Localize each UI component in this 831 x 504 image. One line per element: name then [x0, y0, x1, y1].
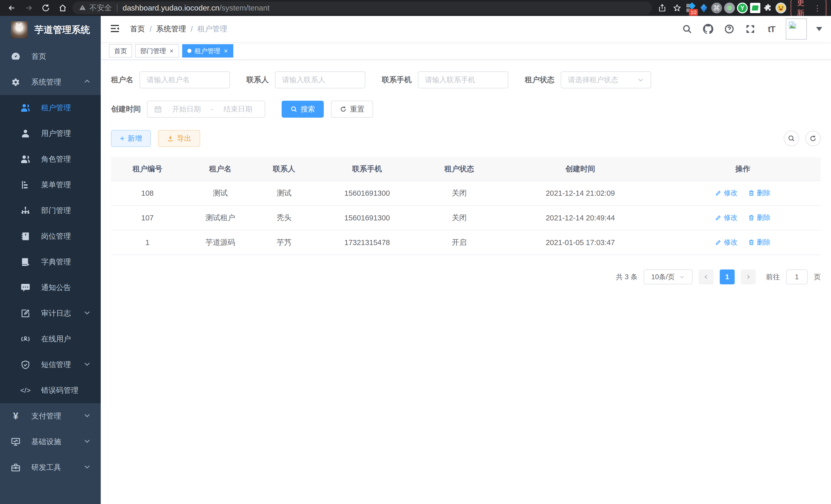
tab-dept[interactable]: 部门管理 ×	[135, 44, 179, 58]
contact-input[interactable]	[275, 71, 365, 88]
end-date-placeholder[interactable]: 结束日期	[218, 104, 258, 114]
profile-avatar-icon[interactable]	[775, 2, 786, 13]
yen-icon: ¥	[10, 410, 22, 422]
browser-reload-button[interactable]	[38, 1, 53, 15]
prev-page-button[interactable]	[699, 269, 714, 285]
sidebar-item-role[interactable]: 角色管理	[0, 146, 101, 172]
table-header-row: 租户编号 租户名 联系人 联系手机 租户状态 创建时间 操作	[111, 157, 821, 181]
page-size-select[interactable]: 10条/页	[644, 269, 692, 285]
sidebar-item-sms[interactable]: 短信管理	[0, 352, 101, 378]
delete-link[interactable]: 删除	[748, 213, 771, 222]
sidebar-item-dept[interactable]: 部门管理	[0, 198, 101, 224]
col-created: 创建时间	[496, 157, 665, 181]
phone-input[interactable]	[418, 71, 508, 88]
tab-home[interactable]: 首页	[109, 44, 132, 58]
chrome-menu-dots-icon[interactable]: ⋮	[813, 4, 821, 12]
sidebar-item-devtools[interactable]: 研发工具	[0, 455, 101, 480]
not-secure-warning-icon[interactable]	[79, 4, 86, 12]
header-search-icon[interactable]	[681, 22, 694, 36]
font-size-icon[interactable]: tT	[765, 22, 778, 36]
sidebar-item-error-code[interactable]: </> 错误码管理	[0, 378, 101, 403]
total-count: 共 3 条	[616, 272, 637, 281]
create-time-label: 创建时间	[111, 104, 141, 114]
share-icon[interactable]	[656, 1, 669, 14]
date-range-picker[interactable]: 开始日期 - 结束日期	[147, 101, 265, 118]
org-tree-icon	[20, 205, 31, 216]
tree-menu-icon	[20, 179, 31, 191]
show-search-toggle-button[interactable]	[784, 131, 799, 146]
extensions-puzzle-icon[interactable]	[763, 2, 774, 13]
close-icon[interactable]: ×	[169, 47, 174, 55]
next-page-button[interactable]	[741, 269, 756, 285]
refresh-icon	[340, 106, 347, 113]
extension-icon-command[interactable]: ⌘	[711, 2, 722, 13]
close-icon[interactable]: ×	[223, 47, 228, 55]
fullscreen-icon[interactable]	[744, 22, 757, 36]
badge-icon	[20, 230, 31, 242]
goto-page-input[interactable]	[786, 269, 808, 285]
contact-label: 联系人	[247, 75, 269, 85]
browser-back-button[interactable]	[5, 1, 19, 15]
breadcrumb: 首页 / 系统管理 / 租户管理	[130, 24, 227, 34]
phone-label: 联系手机	[382, 75, 412, 85]
tenant-name-input[interactable]	[140, 71, 230, 88]
user-avatar-broken-image[interactable]	[786, 19, 807, 39]
edit-link[interactable]: 修改	[715, 238, 738, 247]
sidebar-item-home[interactable]: 首页	[0, 44, 101, 69]
browser-forward-button[interactable]	[22, 1, 36, 15]
reset-button[interactable]: 重置	[331, 101, 373, 118]
extension-icon-y[interactable]: Y	[737, 2, 748, 13]
extension-icon-chat[interactable]	[749, 2, 761, 13]
browser-home-button[interactable]	[56, 1, 70, 15]
chevron-down-icon	[83, 412, 91, 421]
not-secure-label: 不安全	[89, 3, 112, 13]
calendar-icon	[154, 105, 162, 113]
table-row: 108 测试 测试 15601691300 关闭 2021-12-14 21:0…	[111, 181, 821, 206]
avatar-dropdown-caret-icon[interactable]	[816, 27, 822, 31]
page-number-1[interactable]: 1	[720, 269, 735, 285]
users-icon	[20, 102, 31, 114]
sidebar-item-system[interactable]: 系统管理	[0, 69, 101, 95]
address-bar[interactable]: 不安全 dashboard.yudao.iocoder.cn/system/te…	[73, 2, 652, 14]
extension-icon-kite[interactable]	[698, 2, 710, 13]
app-logo-row[interactable]: 芋道管理系统	[0, 16, 101, 44]
page-unit-label: 页	[814, 272, 821, 281]
help-icon[interactable]	[722, 22, 736, 36]
chevron-down-icon	[83, 309, 91, 318]
sidebar-item-menu[interactable]: 菜单管理	[0, 172, 101, 198]
breadcrumb-system[interactable]: 系统管理	[156, 24, 186, 34]
breadcrumb-current: 租户管理	[197, 24, 227, 34]
app-title: 芋道管理系统	[34, 24, 90, 36]
sidebar-item-dict[interactable]: 字典管理	[0, 249, 101, 275]
breadcrumb-home[interactable]: 首页	[130, 24, 145, 34]
sidebar-item-user[interactable]: 用户管理	[0, 121, 101, 146]
extension-icon-tampermonkey[interactable]: 10	[685, 2, 697, 13]
sidebar-item-pay[interactable]: ¥ 支付管理	[0, 403, 101, 429]
start-date-placeholder[interactable]: 开始日期	[167, 104, 206, 114]
export-button[interactable]: 导出	[158, 130, 200, 147]
delete-link[interactable]: 删除	[748, 188, 771, 198]
tab-tenant-active[interactable]: 租户管理 ×	[182, 44, 233, 58]
bookmark-star-icon[interactable]	[670, 1, 684, 14]
sidebar-item-notice[interactable]: 通知公告	[0, 275, 101, 301]
chevron-down-icon	[83, 463, 91, 472]
sidebar-item-infra[interactable]: 基础设施	[0, 429, 101, 455]
sidebar-item-online-users[interactable]: 在线用户	[0, 326, 101, 352]
add-button[interactable]: + 新增	[111, 130, 151, 147]
extension-icon-gray-circle[interactable]	[724, 2, 735, 13]
sidebar-item-audit-log[interactable]: 审计日志	[0, 301, 101, 326]
status-select[interactable]: 请选择租户状态	[561, 71, 651, 88]
search-button[interactable]: 搜索	[282, 101, 324, 118]
trash-icon	[748, 189, 755, 196]
url-host: dashboard.yudao.iocoder.cn	[122, 4, 220, 12]
online-user-icon	[20, 333, 31, 345]
delete-link[interactable]: 删除	[748, 238, 771, 247]
refresh-table-button[interactable]	[805, 131, 821, 146]
sidebar-collapse-icon[interactable]	[110, 23, 120, 35]
github-icon[interactable]	[701, 22, 715, 36]
edit-link[interactable]: 修改	[715, 213, 738, 222]
edit-pencil-icon	[715, 214, 722, 221]
edit-link[interactable]: 修改	[715, 188, 738, 198]
sidebar-item-post[interactable]: 岗位管理	[0, 224, 101, 249]
sidebar-item-tenant[interactable]: 租户管理	[0, 95, 101, 121]
